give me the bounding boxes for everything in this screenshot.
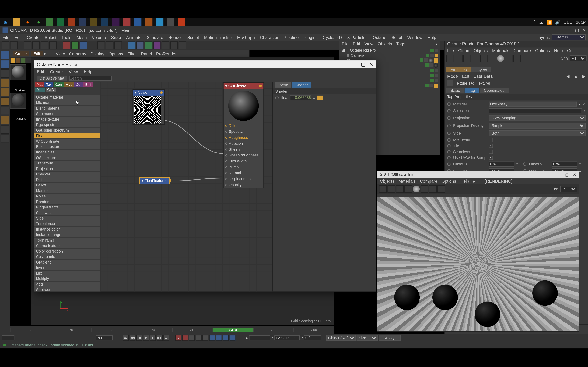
tool-btn[interactable] xyxy=(1,97,9,106)
coord-x-input[interactable] xyxy=(249,335,270,341)
palette-tab-oth[interactable]: Oth xyxy=(74,83,83,87)
stop-icon[interactable] xyxy=(455,55,463,62)
chrome-icon[interactable]: ● xyxy=(35,18,42,26)
key-p-icon[interactable] xyxy=(189,335,195,341)
key-pla3-icon[interactable] xyxy=(223,335,229,341)
tab-basic[interactable]: Basic xyxy=(275,83,291,88)
palette-item[interactable]: Subtract xyxy=(34,287,100,291)
maximize-icon[interactable]: ▢ xyxy=(361,61,365,67)
vp-create-button[interactable]: Create xyxy=(13,51,29,56)
apply-button[interactable]: Apply xyxy=(379,335,401,341)
app5-icon[interactable] xyxy=(167,18,174,26)
undo-button[interactable] xyxy=(2,42,9,49)
object-item[interactable]: ▮ Camera xyxy=(340,53,440,58)
edge-icon[interactable] xyxy=(134,18,142,26)
language-indicator[interactable]: DEU xyxy=(564,20,573,25)
camera-button[interactable] xyxy=(170,42,178,49)
attr-edit[interactable]: Edit xyxy=(462,74,469,79)
ps-icon[interactable] xyxy=(101,18,109,26)
menu-snap[interactable]: Snap xyxy=(111,35,121,40)
lv-compare[interactable]: Compare xyxy=(420,179,437,184)
palette-item[interactable]: Noise xyxy=(34,194,100,199)
minimize-icon[interactable]: — xyxy=(568,28,572,33)
maximize-icon[interactable]: ▢ xyxy=(565,173,569,177)
vp-options[interactable]: Options xyxy=(109,51,123,56)
ppt-icon[interactable] xyxy=(68,18,75,26)
palette-tab-mat[interactable]: Mat xyxy=(35,83,44,87)
port-bump[interactable]: Bump xyxy=(224,164,263,170)
tool-button[interactable] xyxy=(41,42,48,49)
attr-userdata[interactable]: User Data xyxy=(474,74,493,79)
chevron-up-icon[interactable]: ˄ xyxy=(534,20,536,25)
projdisplay-select[interactable]: Simple xyxy=(489,123,586,129)
node-search-input[interactable] xyxy=(69,76,112,81)
app6-icon[interactable] xyxy=(178,18,185,26)
coord-b-input[interactable] xyxy=(304,335,321,341)
op-cloud[interactable]: Cloud xyxy=(458,48,469,53)
minimize-icon[interactable]: — xyxy=(352,61,357,67)
goto-start-icon[interactable]: ⏮ xyxy=(123,335,129,341)
anim-dot-icon[interactable] xyxy=(275,96,279,99)
op-objects[interactable]: Objects xyxy=(474,48,488,53)
tab-layers[interactable]: Layers xyxy=(471,67,491,72)
vp-display[interactable]: Display xyxy=(90,51,104,56)
tool-button[interactable] xyxy=(32,42,40,49)
app4-icon[interactable] xyxy=(145,18,153,26)
selection-field[interactable] xyxy=(489,108,582,113)
palette-item[interactable]: Baking texture xyxy=(34,144,100,150)
port-normal[interactable]: Normal xyxy=(224,170,263,176)
palette-item[interactable]: Turbulence xyxy=(34,221,100,227)
om-objects[interactable]: Objects xyxy=(378,42,392,46)
tab-tag[interactable]: Tag xyxy=(465,88,479,93)
get-active-mat-button[interactable]: Get Active Mat xyxy=(37,76,67,81)
ne-view[interactable]: View xyxy=(69,69,78,74)
float-slider[interactable] xyxy=(317,96,323,100)
menu-mograph[interactable]: MoGraph xyxy=(237,35,255,40)
object-rel-select[interactable]: Object (Rel) xyxy=(326,335,356,341)
menu-render[interactable]: Render xyxy=(168,35,182,40)
refresh-icon[interactable] xyxy=(379,185,387,193)
ne-create[interactable]: Create xyxy=(50,69,63,74)
menu-script[interactable]: Script xyxy=(391,35,402,40)
palette-item[interactable]: Projection xyxy=(34,166,100,172)
render-view[interactable] xyxy=(377,197,579,331)
chevron-right-icon[interactable]: ▸ xyxy=(473,179,476,184)
om-file[interactable]: File xyxy=(342,42,349,46)
palette-item[interactable]: Invert xyxy=(34,265,100,271)
om-edit[interactable]: Edit xyxy=(353,42,360,46)
palette-item[interactable]: Image texture xyxy=(34,117,100,122)
tool-button[interactable] xyxy=(49,42,57,49)
palette-item[interactable]: Sub material xyxy=(34,111,100,117)
palette-item[interactable]: Image tiles xyxy=(34,150,100,155)
app-icon[interactable] xyxy=(46,18,53,26)
render-settings-button[interactable] xyxy=(114,42,122,49)
tool-btn[interactable] xyxy=(1,125,9,133)
usebump-check[interactable] xyxy=(489,156,493,160)
cloud-icon[interactable]: ☁ xyxy=(539,20,543,25)
render-button[interactable] xyxy=(97,42,105,49)
clock[interactable]: 20:34 xyxy=(576,20,587,25)
noise-node[interactable]: ▾Noise xyxy=(132,89,165,125)
op-materials[interactable]: Materials xyxy=(492,48,509,53)
port-roughness[interactable]: Roughness xyxy=(224,134,263,141)
expand-icon[interactable]: ⊞ xyxy=(342,48,345,52)
palette-item[interactable]: Dirt xyxy=(34,177,100,183)
focus-icon[interactable] xyxy=(513,55,521,62)
material-field[interactable]: OctGlossy xyxy=(489,101,577,107)
pick-icon[interactable] xyxy=(489,55,496,62)
palette-item[interactable]: Marble xyxy=(34,188,100,194)
palette-tab-map[interactable]: Map xyxy=(64,83,74,87)
wifi-icon[interactable]: 📶 xyxy=(547,20,552,25)
start-icon[interactable]: ⊞ xyxy=(2,18,9,26)
frame-start-input[interactable] xyxy=(2,335,15,341)
explorer-icon[interactable] xyxy=(13,18,20,26)
menu-file[interactable]: File xyxy=(3,35,9,40)
op-gui[interactable]: Gui xyxy=(567,48,574,53)
goto-end-icon[interactable]: ⏭ xyxy=(164,335,169,341)
axis-x-button[interactable] xyxy=(63,42,70,49)
key-pla-icon[interactable] xyxy=(209,335,215,341)
arrow-icon[interactable]: ▸ xyxy=(579,102,581,106)
menu-xparticles[interactable]: X-Particles xyxy=(347,35,367,40)
material-slot[interactable] xyxy=(10,64,26,80)
node-editor-titlebar[interactable]: Octane Node Editor — ▢ ✕ xyxy=(34,60,376,68)
